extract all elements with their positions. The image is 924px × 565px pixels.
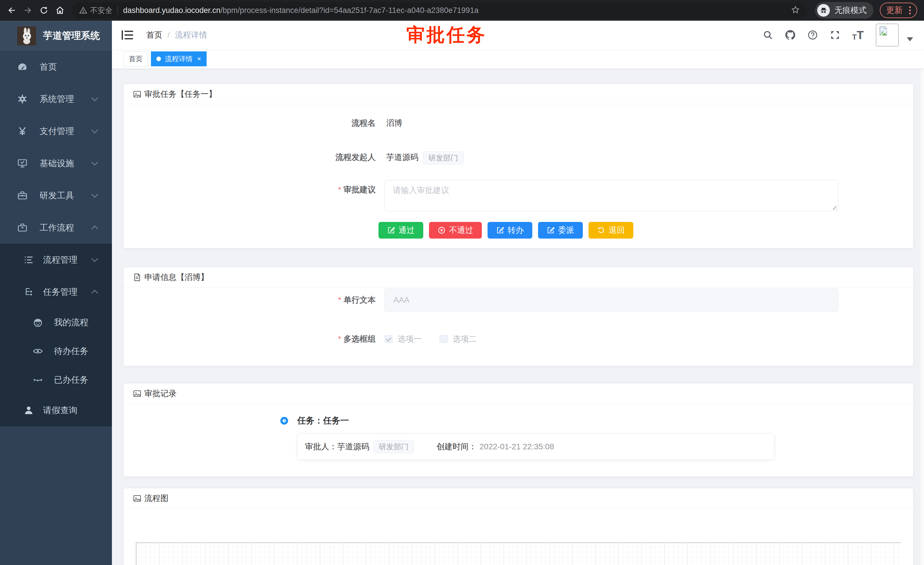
top-navbar: 首页 / 流程详情 审批任务 TT (112, 21, 924, 50)
approval-task-card: 审批任务【任务一】 流程名 滔博 流程发起人 芋道源码 研发部门 *审批建议 (123, 84, 914, 248)
active-tab-dot (156, 57, 161, 61)
content-scrollbar[interactable] (920, 69, 924, 565)
tags-view-bar: 首页 流程详情 × (112, 50, 924, 69)
picture-icon (133, 90, 141, 98)
process-diagram-card: 流程图 (123, 488, 914, 565)
suggestion-textarea[interactable] (384, 180, 838, 211)
browser-home-icon[interactable] (53, 4, 67, 17)
approver-label: 审批人： (305, 441, 337, 452)
sidebar-item-leave-query[interactable]: 请假查询 (0, 394, 112, 426)
search-icon[interactable] (763, 30, 773, 40)
sidebar-item-system-management[interactable]: 系统管理 (0, 83, 112, 115)
incognito-label: 无痕模式 (834, 5, 867, 16)
tab-home[interactable]: 首页 (123, 51, 148, 66)
sidebar-item-dev-tools[interactable]: 研发工具 (0, 179, 112, 212)
sidebar-item-my-process[interactable]: 我的流程 (0, 308, 112, 337)
return-button[interactable]: 退回 (588, 222, 633, 239)
sidebar-item-payment-management[interactable]: 支付管理 (0, 115, 112, 147)
sidebar-item-task-management[interactable]: 任务管理 (0, 276, 112, 308)
suggestion-label: *审批建议 (124, 182, 376, 198)
sidebar-item-done-tasks[interactable]: 已办任务 (0, 365, 112, 394)
document-icon (133, 273, 141, 282)
card-title: 审批任务【任务一】 (144, 89, 217, 100)
browser-update-button[interactable]: 更新 (880, 3, 917, 18)
toolbox-icon (16, 190, 28, 201)
apply-info-card-header: 申请信息【滔博】 (124, 267, 913, 287)
incognito-icon (817, 4, 830, 17)
person-face-icon (32, 317, 44, 328)
avatar-caret-icon[interactable] (907, 37, 913, 41)
breadcrumb-separator: / (168, 30, 170, 40)
briefcase-icon (16, 222, 28, 233)
reject-button[interactable]: 不通过 (429, 222, 482, 239)
sidebar-item-label: 工作流程 (40, 222, 74, 234)
browser-menu-icon[interactable] (909, 6, 911, 14)
breadcrumb: 首页 / 流程详情 (146, 30, 207, 41)
security-warning-icon[interactable] (79, 6, 87, 14)
bookmark-star-icon[interactable] (791, 5, 800, 15)
approval-actions: 通过 不通过 转办 委派 (378, 222, 633, 239)
sidebar-item-process-management[interactable]: 流程管理 (0, 244, 112, 276)
approve-button[interactable]: 通过 (378, 222, 423, 239)
annotation-text: 审批任务 (406, 23, 487, 47)
font-size-icon[interactable]: TT (852, 29, 864, 42)
sidebar-item-infrastructure[interactable]: 基础设施 (0, 147, 112, 179)
sidebar-item-label: 流程管理 (43, 254, 78, 266)
chevron-down-icon (92, 95, 98, 101)
single-line-text-input[interactable] (384, 289, 838, 311)
browser-forward-icon[interactable] (21, 4, 34, 17)
chevron-down-icon (92, 255, 98, 262)
user-icon (23, 405, 34, 415)
fullscreen-icon[interactable] (830, 30, 840, 40)
url-host: dashboard.yudao.iocoder.cn (123, 6, 220, 15)
picture-icon (133, 494, 141, 503)
sidebar-item-label: 研发工具 (40, 190, 74, 201)
eye-open-icon (32, 346, 44, 356)
tab-process-detail[interactable]: 流程详情 × (151, 51, 207, 66)
process-diagram-card-header: 流程图 (124, 488, 913, 508)
checkbox-label: 选项一 (398, 334, 422, 344)
github-icon[interactable] (785, 30, 795, 40)
apply-info-card: 申请信息【滔博】 *单行文本 *多选框组 选项一 选项二 (123, 267, 914, 366)
app-logo-row[interactable]: 芋道管理系统 (0, 21, 112, 51)
browser-back-icon[interactable] (5, 4, 18, 17)
breadcrumb-home[interactable]: 首页 (146, 30, 162, 41)
close-tab-icon[interactable]: × (197, 55, 201, 63)
chevron-up-icon (92, 290, 98, 296)
browser-toolbar: 不安全 dashboard.yudao.iocoder.cn/bpm/proce… (0, 0, 924, 21)
card-title: 申请信息【滔博】 (144, 272, 208, 283)
sidebar-item-label: 首页 (40, 61, 57, 73)
omnibox-divider (118, 6, 118, 15)
sidebar-item-todo-tasks[interactable]: 待办任务 (0, 337, 112, 365)
card-title: 审批记录 (144, 388, 177, 399)
help-icon[interactable] (807, 30, 818, 40)
chevron-down-icon (92, 127, 98, 134)
avatar[interactable] (876, 24, 899, 47)
security-label: 不安全 (90, 6, 112, 15)
created-label: 创建时间： (436, 441, 477, 452)
approval-record-card: 审批记录 任务：任务一 审批人： 芋道源码 研发部门 创建时间： 2022-01… (123, 383, 914, 476)
delegate-button[interactable]: 委派 (538, 222, 583, 239)
hamburger-icon[interactable] (122, 30, 133, 40)
sidebar-item-label: 系统管理 (40, 93, 74, 105)
bpmn-canvas-grid[interactable] (136, 542, 901, 565)
sidebar-item-home[interactable]: 首页 (0, 51, 112, 83)
circle-close-icon (438, 226, 446, 234)
transfer-button[interactable]: 转办 (488, 222, 532, 239)
browser-reload-icon[interactable] (37, 4, 51, 17)
sidebar-item-workflow[interactable]: 工作流程 (0, 212, 112, 244)
initiator-label: 流程发起人 (124, 149, 376, 165)
list-icon (23, 255, 34, 265)
address-bar[interactable]: 不安全 dashboard.yudao.iocoder.cn/bpm/proce… (72, 2, 807, 18)
page-content: 审批任务【任务一】 流程名 滔博 流程发起人 芋道源码 研发部门 *审批建议 (112, 69, 924, 565)
gear-icon (16, 94, 28, 104)
incognito-badge: 无痕模式 (815, 2, 873, 19)
chevron-down-icon (92, 191, 98, 198)
sidebar-item-label: 我的流程 (54, 317, 88, 328)
checkbox-option-1[interactable] (384, 335, 393, 343)
checkbox-option-2[interactable] (440, 335, 448, 343)
sidebar-item-label: 待办任务 (54, 346, 88, 357)
record-detail-card: 审批人： 芋道源码 研发部门 创建时间： 2022-01-21 22:35:08 (297, 434, 774, 460)
sidebar: 芋道管理系统 首页 系统管理 支付管理 基础设施 研发工具 工作流 (0, 21, 112, 565)
dept-tag: 研发部门 (423, 151, 464, 164)
